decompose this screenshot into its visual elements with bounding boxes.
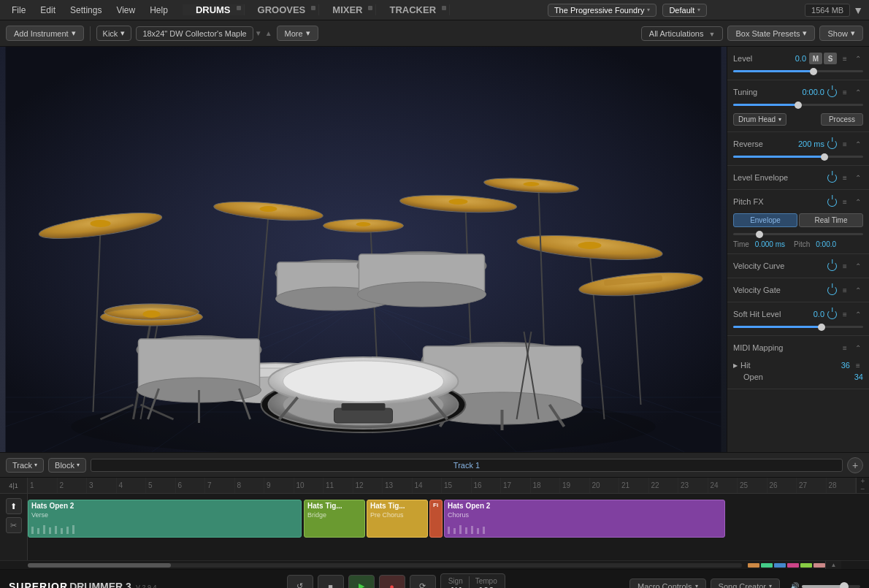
- soft-hit-power-icon[interactable]: [827, 310, 837, 319]
- box-state-arrow-icon: [803, 28, 807, 38]
- drum-head-row: Drum Head ▾ Process: [727, 110, 869, 129]
- fi-block[interactable]: Fi: [429, 500, 443, 538]
- song-creator-button[interactable]: Song Creator ▾: [711, 579, 780, 589]
- chorus-block[interactable]: Hats Open 2 Chorus: [444, 500, 725, 538]
- level-envelope-power-icon[interactable]: [827, 173, 837, 183]
- pitch-fx-eq-icon[interactable]: ≡: [840, 198, 850, 206]
- menu-file[interactable]: File: [6, 4, 31, 17]
- pitch-fx-slider-container: [727, 230, 869, 238]
- reverse-slider-track[interactable]: [733, 156, 863, 158]
- soft-hit-expand-icon[interactable]: ⌃: [853, 310, 863, 318]
- zoom-out-icon[interactable]: −: [861, 486, 865, 493]
- preset-selector[interactable]: Default: [662, 4, 707, 17]
- drum-name-up-icon[interactable]: ▲: [265, 29, 272, 37]
- velocity-curve-power-icon[interactable]: [827, 261, 837, 271]
- midi-hit-list-icon[interactable]: ≡: [853, 362, 863, 370]
- v-scroll-up[interactable]: ▲: [825, 561, 841, 569]
- velocity-gate-eq-icon[interactable]: ≡: [840, 286, 850, 294]
- level-envelope-expand-icon[interactable]: ⌃: [853, 174, 863, 182]
- svg-rect-74: [49, 527, 51, 534]
- add-instrument-button[interactable]: Add Instrument: [6, 26, 84, 41]
- box-state-presets-button[interactable]: Box State Presets: [727, 26, 815, 41]
- midi-mapping-expand-icon[interactable]: ⌃: [853, 344, 863, 352]
- tuning-slider-track[interactable]: [733, 104, 863, 106]
- soft-hit-slider-thumb[interactable]: [818, 324, 825, 331]
- drum-head-selector[interactable]: Drum Head ▾: [733, 113, 786, 126]
- level-expand-icon[interactable]: ⌃: [853, 55, 863, 63]
- pitch-fx-power-icon[interactable]: [827, 197, 837, 207]
- show-button[interactable]: Show: [819, 26, 863, 41]
- pitch-fx-expand-icon[interactable]: ⌃: [853, 198, 863, 206]
- macro-controls-button[interactable]: Macro Controls ▾: [629, 579, 706, 589]
- midi-mapping-header-row: MIDI Mapping ≡ ⌃: [727, 339, 869, 356]
- tuning-eq-icon[interactable]: ≡: [840, 88, 850, 96]
- soft-hit-slider-track[interactable]: [733, 326, 863, 328]
- stop-button[interactable]: ■: [318, 575, 344, 589]
- pitch-fx-slider-thumb[interactable]: [756, 231, 763, 238]
- midi-mapping-eq-icon[interactable]: ≡: [840, 344, 850, 352]
- level-slider-thumb[interactable]: [810, 68, 817, 75]
- velocity-curve-expand-icon[interactable]: ⌃: [853, 262, 863, 270]
- loop-button[interactable]: ↺: [287, 575, 313, 589]
- soft-hit-eq-icon[interactable]: ≡: [840, 310, 850, 318]
- level-slider-track[interactable]: [733, 70, 863, 72]
- menu-help[interactable]: Help: [144, 4, 174, 17]
- reverse-expand-icon[interactable]: ⌃: [853, 140, 863, 148]
- verse-block[interactable]: Hats Open 2 Verse: [28, 500, 302, 538]
- tab-drums[interactable]: DRUMS: [183, 4, 245, 15]
- velocity-curve-section: Velocity Curve ≡ ⌃: [727, 254, 869, 278]
- scrollbar-thumb[interactable]: [28, 563, 171, 568]
- velocity-curve-eq-icon[interactable]: ≡: [840, 262, 850, 270]
- bounce-button[interactable]: ⟳: [410, 575, 436, 589]
- record-button[interactable]: ●: [379, 575, 405, 589]
- level-envelope-label: Level Envelope: [733, 173, 824, 182]
- cursor-tool-button[interactable]: ⬆: [6, 498, 22, 514]
- reverse-slider-thumb[interactable]: [821, 153, 828, 161]
- track-button[interactable]: Track: [6, 458, 44, 473]
- level-envelope-eq-icon[interactable]: ≡: [840, 174, 850, 182]
- menu-edit[interactable]: Edit: [34, 4, 61, 17]
- horizontal-scrollbar[interactable]: [28, 563, 742, 568]
- drum-name-arrow-icon[interactable]: ▼: [255, 29, 262, 37]
- pre-chorus-block[interactable]: Hats Tig... Pre Chorus: [367, 500, 428, 538]
- play-button[interactable]: ▶: [348, 575, 375, 589]
- envelope-button[interactable]: Envelope: [733, 213, 797, 227]
- block-button[interactable]: Block: [48, 458, 86, 473]
- reverse-eq-icon[interactable]: ≡: [840, 140, 850, 148]
- volume-thumb[interactable]: [840, 582, 849, 589]
- pitch-fx-slider-track[interactable]: [733, 233, 863, 235]
- reverse-power-icon[interactable]: [827, 140, 837, 149]
- process-button[interactable]: Process: [821, 113, 863, 126]
- mute-button[interactable]: M: [809, 53, 822, 64]
- add-track-button[interactable]: +: [847, 457, 863, 473]
- real-time-button[interactable]: Real Time: [799, 213, 863, 227]
- drum-type-selector[interactable]: Kick: [96, 26, 132, 41]
- ruler-mark-24: 24: [708, 478, 738, 493]
- tuning-slider-thumb[interactable]: [795, 102, 802, 109]
- scissors-tool-button[interactable]: ✂: [6, 517, 22, 533]
- tab-mixer[interactable]: MIXER: [319, 4, 376, 15]
- drum-name-label: 18x24" DW Collector's Maple: [142, 29, 246, 38]
- tab-tracker[interactable]: TRACKER: [376, 4, 450, 15]
- zoom-controls[interactable]: + −: [856, 478, 869, 493]
- menu-view[interactable]: View: [110, 4, 141, 17]
- master-volume-slider[interactable]: [802, 585, 860, 588]
- level-eq-icon[interactable]: ≡: [840, 55, 850, 63]
- tab-grooves[interactable]: GROOVES: [245, 4, 320, 15]
- velocity-gate-expand-icon[interactable]: ⌃: [853, 286, 863, 294]
- solo-button[interactable]: S: [824, 53, 837, 64]
- velocity-gate-power-icon[interactable]: [827, 286, 837, 295]
- expand-icon[interactable]: ▼: [853, 4, 863, 16]
- project-selector[interactable]: The Progressive Foundry: [548, 4, 657, 17]
- drum-name-selector[interactable]: 18x24" DW Collector's Maple: [136, 26, 253, 41]
- menu-settings[interactable]: Settings: [64, 4, 107, 17]
- tuning-power-icon[interactable]: [827, 88, 837, 97]
- tracks-container: ⬆ ✂ Hats Open 2 Verse: [0, 494, 869, 560]
- more-button[interactable]: More: [277, 26, 318, 41]
- pitch-fx-icons: ≡ ⌃: [827, 197, 863, 207]
- articulations-selector[interactable]: All Articulations ▼: [641, 26, 724, 41]
- track-name-input[interactable]: [91, 459, 843, 472]
- zoom-in-icon[interactable]: +: [861, 478, 865, 485]
- bridge-block[interactable]: Hats Tig... Bridge: [304, 500, 365, 538]
- tuning-expand-icon[interactable]: ⌃: [853, 88, 863, 96]
